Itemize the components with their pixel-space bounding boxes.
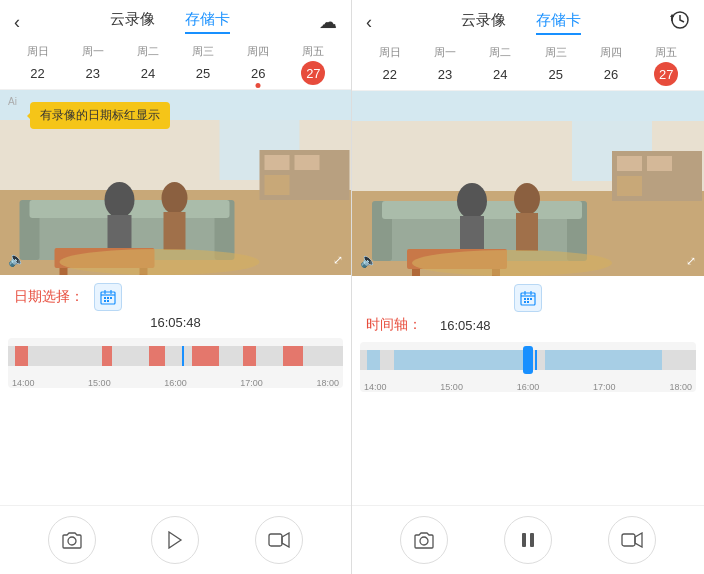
right-record-button[interactable] bbox=[608, 516, 656, 564]
right-timeline-wrapper[interactable]: 14:00 15:00 16:00 17:00 18:00 bbox=[352, 342, 704, 400]
right-camera-button[interactable] bbox=[400, 516, 448, 564]
left-day-label-5: 周五 bbox=[302, 44, 324, 59]
left-date-select-row: 日期选择： bbox=[14, 283, 337, 311]
left-timeline-time: 16:05:48 bbox=[14, 315, 337, 330]
right-day-1[interactable]: 周一 23 bbox=[433, 45, 457, 86]
left-day-label-3: 周三 bbox=[192, 44, 214, 59]
right-calendar-button[interactable] bbox=[514, 284, 542, 312]
right-weekdays: 周日 22 周一 23 周二 24 周三 25 周四 26 周五 27 bbox=[352, 41, 704, 91]
left-weekdays: 周日 22 周一 23 周二 24 周三 25 周四 26 周五 27 bbox=[0, 40, 351, 90]
svg-point-47 bbox=[457, 183, 487, 219]
svg-rect-13 bbox=[108, 215, 132, 250]
right-day-3[interactable]: 周三 25 bbox=[544, 45, 568, 86]
svg-rect-48 bbox=[460, 216, 484, 251]
right-camera-icon bbox=[414, 531, 434, 549]
left-tl-label-4: 18:00 bbox=[316, 378, 339, 388]
right-day-label-3: 周三 bbox=[545, 45, 567, 60]
right-clock-icon bbox=[670, 10, 690, 30]
right-day-num-3: 25 bbox=[544, 62, 568, 86]
left-record-button[interactable] bbox=[255, 516, 303, 564]
right-volume-icon[interactable]: 🔈 bbox=[360, 252, 377, 268]
right-timeline[interactable]: 14:00 15:00 16:00 17:00 18:00 bbox=[360, 342, 696, 392]
right-timeline-cursor[interactable] bbox=[535, 350, 537, 370]
left-tl-label-1: 15:00 bbox=[88, 378, 111, 388]
right-video-area: 🔈 ⤢ bbox=[352, 91, 704, 276]
svg-rect-61 bbox=[530, 298, 532, 300]
right-tabs: 云录像 存储卡 bbox=[372, 11, 670, 35]
right-timeline-time: 16:05:48 bbox=[440, 318, 491, 333]
svg-point-29 bbox=[68, 537, 76, 545]
svg-point-64 bbox=[420, 537, 428, 545]
svg-rect-65 bbox=[522, 533, 526, 547]
left-cloud-icon[interactable]: ☁ bbox=[319, 11, 337, 33]
svg-marker-30 bbox=[169, 532, 181, 548]
left-timeline-cursor[interactable] bbox=[182, 346, 184, 366]
right-tab-cloud[interactable]: 云录像 bbox=[461, 11, 506, 35]
right-day-2[interactable]: 周二 24 bbox=[488, 45, 512, 86]
left-timeline[interactable]: 14:00 15:00 16:00 17:00 18:00 bbox=[8, 338, 343, 388]
right-timeline-labels: 14:00 15:00 16:00 17:00 18:00 bbox=[360, 382, 696, 392]
svg-marker-68 bbox=[635, 533, 642, 547]
left-fullscreen-icon[interactable]: ⤢ bbox=[333, 253, 343, 267]
right-day-label-5: 周五 bbox=[655, 45, 677, 60]
left-controls-section: 日期选择： 16:05:48 bbox=[0, 275, 351, 338]
right-axis-row: 时间轴： 16:05:48 bbox=[366, 316, 690, 334]
left-day-2[interactable]: 周二 24 bbox=[136, 44, 160, 85]
left-day-label-4: 周四 bbox=[247, 44, 269, 59]
right-tl-label-0: 14:00 bbox=[364, 382, 387, 392]
svg-rect-24 bbox=[104, 297, 106, 299]
right-record-icon bbox=[621, 532, 643, 548]
left-tl-label-2: 16:00 bbox=[164, 378, 187, 388]
right-day-0[interactable]: 周日 22 bbox=[378, 45, 402, 86]
svg-marker-32 bbox=[282, 533, 289, 547]
right-day-label-1: 周一 bbox=[434, 45, 456, 60]
left-calendar-button[interactable] bbox=[94, 283, 122, 311]
left-day-4[interactable]: 周四 26 bbox=[246, 44, 270, 85]
right-day-5[interactable]: 周五 27 bbox=[654, 45, 678, 86]
left-timeline-wrapper[interactable]: 14:00 15:00 16:00 17:00 18:00 bbox=[0, 338, 351, 396]
right-pause-icon bbox=[520, 531, 536, 549]
left-segment-4 bbox=[192, 346, 219, 366]
left-play-button[interactable] bbox=[151, 516, 199, 564]
right-tab-sdcard[interactable]: 存储卡 bbox=[536, 11, 581, 35]
right-video-svg bbox=[352, 91, 704, 276]
svg-rect-25 bbox=[107, 297, 109, 299]
svg-point-49 bbox=[514, 183, 540, 215]
left-day-5[interactable]: 周五 27 bbox=[301, 44, 325, 85]
left-tabs: 云录像 存储卡 bbox=[20, 10, 319, 34]
left-segment-6 bbox=[283, 346, 303, 366]
right-segment-3 bbox=[545, 350, 663, 370]
right-segment-1 bbox=[367, 350, 380, 370]
right-timeline-track bbox=[360, 350, 696, 370]
left-volume-icon[interactable]: 🔈 bbox=[8, 251, 25, 267]
left-day-0[interactable]: 周日 22 bbox=[26, 44, 50, 85]
right-day-label-4: 周四 bbox=[600, 45, 622, 60]
right-fullscreen-icon[interactable]: ⤢ bbox=[686, 254, 696, 268]
left-panel: ‹ 云录像 存储卡 ☁ 周日 22 周一 23 周二 24 周三 25 周四 2… bbox=[0, 0, 352, 574]
svg-rect-60 bbox=[527, 298, 529, 300]
left-day-num-1: 23 bbox=[81, 61, 105, 85]
right-cursor-handle[interactable] bbox=[523, 346, 533, 374]
left-timeline-track bbox=[8, 346, 343, 366]
svg-rect-67 bbox=[622, 534, 635, 546]
svg-rect-62 bbox=[524, 301, 526, 303]
left-tab-cloud[interactable]: 云录像 bbox=[110, 10, 155, 34]
left-calendar-icon bbox=[100, 289, 116, 305]
left-day-1[interactable]: 周一 23 bbox=[81, 44, 105, 85]
right-day-4[interactable]: 周四 26 bbox=[599, 45, 623, 86]
svg-rect-41 bbox=[647, 156, 672, 171]
right-tl-label-3: 17:00 bbox=[593, 382, 616, 392]
left-record-icon bbox=[268, 532, 290, 548]
right-history-icon[interactable] bbox=[670, 10, 690, 35]
left-camera-button[interactable] bbox=[48, 516, 96, 564]
left-play-icon bbox=[167, 531, 183, 549]
svg-rect-59 bbox=[524, 298, 526, 300]
svg-rect-15 bbox=[164, 212, 186, 250]
svg-rect-26 bbox=[110, 297, 112, 299]
left-day-3[interactable]: 周三 25 bbox=[191, 44, 215, 85]
right-calendar-icon bbox=[520, 290, 536, 306]
right-pause-button[interactable] bbox=[504, 516, 552, 564]
left-day-num-5: 27 bbox=[301, 61, 325, 85]
right-bottom-controls bbox=[352, 505, 704, 574]
left-tab-sdcard[interactable]: 存储卡 bbox=[185, 10, 230, 34]
